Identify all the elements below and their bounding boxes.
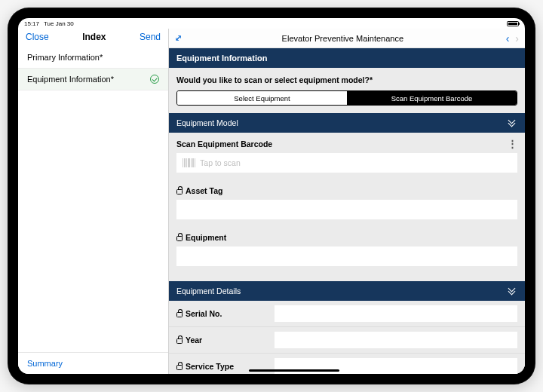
summary-button[interactable]: Summary xyxy=(18,352,168,374)
scan-input[interactable]: Tap to scan xyxy=(176,153,517,173)
lock-icon xyxy=(176,312,183,317)
home-indicator[interactable] xyxy=(249,369,339,372)
asset-tag-label: Asset Tag xyxy=(186,186,222,195)
page-title: Elevator Preventive Maintenance xyxy=(186,34,500,43)
nav-item-label: Primary Information* xyxy=(27,53,103,62)
scan-or-select-question: Would you like to scan or select equipme… xyxy=(169,68,525,90)
group-header-label: Equipment Details xyxy=(176,286,241,296)
equipment-details-header[interactable]: Equipment Details xyxy=(169,281,525,301)
main-pane: ⤢ Elevator Preventive Maintenance ‹ › Eq… xyxy=(169,29,525,374)
screen: 15:17 Tue Jan 30 Close Index Send Primar… xyxy=(18,18,525,374)
close-button[interactable]: Close xyxy=(26,32,49,42)
battery-icon xyxy=(507,21,519,26)
equipment-field: Equipment xyxy=(169,227,525,274)
sidebar: Close Index Send Primary Information* Eq… xyxy=(18,29,169,374)
check-icon xyxy=(150,75,159,84)
seg-scan-barcode[interactable]: Scan Equipment Barcode xyxy=(347,91,517,105)
service-type-field: Service Type xyxy=(169,354,525,374)
segmented-control: Select Equipment Scan Equipment Barcode xyxy=(176,90,517,106)
asset-tag-field: Asset Tag xyxy=(169,180,525,227)
scan-field-label: Scan Equipment Barcode xyxy=(176,139,272,149)
chevron-down-icon xyxy=(507,118,517,127)
year-field: Year xyxy=(169,327,525,354)
chevron-down-icon xyxy=(507,286,517,296)
equipment-input[interactable] xyxy=(176,247,517,266)
equipment-model-header[interactable]: Equipment Model xyxy=(169,113,525,133)
nav-item-equipment-information[interactable]: Equipment Information* xyxy=(18,69,168,90)
kebab-icon[interactable]: ⋮ xyxy=(508,139,517,149)
nav-list: Primary Information* Equipment Informati… xyxy=(18,47,168,352)
device-frame: 15:17 Tue Jan 30 Close Index Send Primar… xyxy=(8,8,535,384)
nav-item-primary-information[interactable]: Primary Information* xyxy=(18,47,168,69)
equipment-label: Equipment xyxy=(186,233,226,242)
content-scroll[interactable]: Equipment Information Would you like to … xyxy=(169,48,525,374)
barcode-icon xyxy=(183,158,195,167)
next-page-button[interactable]: › xyxy=(515,33,519,44)
send-button[interactable]: Send xyxy=(140,32,161,42)
scan-placeholder: Tap to scan xyxy=(200,158,241,167)
serial-no-label: Serial No. xyxy=(186,309,222,318)
lock-icon xyxy=(176,236,183,241)
section-title: Equipment Information xyxy=(169,48,525,68)
seg-select-equipment[interactable]: Select Equipment xyxy=(177,91,347,105)
serial-no-field: Serial No. xyxy=(169,301,525,327)
sidebar-title: Index xyxy=(82,32,106,42)
lock-icon xyxy=(176,189,183,194)
prev-page-button[interactable]: ‹ xyxy=(506,33,510,44)
asset-tag-input[interactable] xyxy=(176,200,517,219)
nav-item-label: Equipment Information* xyxy=(27,75,114,84)
status-time: 15:17 xyxy=(24,20,39,27)
sidebar-header: Close Index Send xyxy=(18,29,168,47)
expand-icon[interactable]: ⤢ xyxy=(175,33,179,43)
lock-icon xyxy=(176,365,183,370)
page-nav: ‹ › xyxy=(506,33,519,44)
service-type-label: Service Type xyxy=(186,362,234,371)
status-date: Tue Jan 30 xyxy=(44,20,74,27)
lock-icon xyxy=(176,338,183,344)
serial-no-input[interactable] xyxy=(275,305,517,322)
scan-field-header: Scan Equipment Barcode ⋮ xyxy=(169,133,525,153)
group-header-label: Equipment Model xyxy=(176,118,238,127)
year-label: Year xyxy=(186,335,202,345)
status-bar: 15:17 Tue Jan 30 xyxy=(18,18,525,29)
main-header: ⤢ Elevator Preventive Maintenance ‹ › xyxy=(169,29,525,48)
app-body: Close Index Send Primary Information* Eq… xyxy=(18,29,525,374)
year-input[interactable] xyxy=(275,332,517,348)
